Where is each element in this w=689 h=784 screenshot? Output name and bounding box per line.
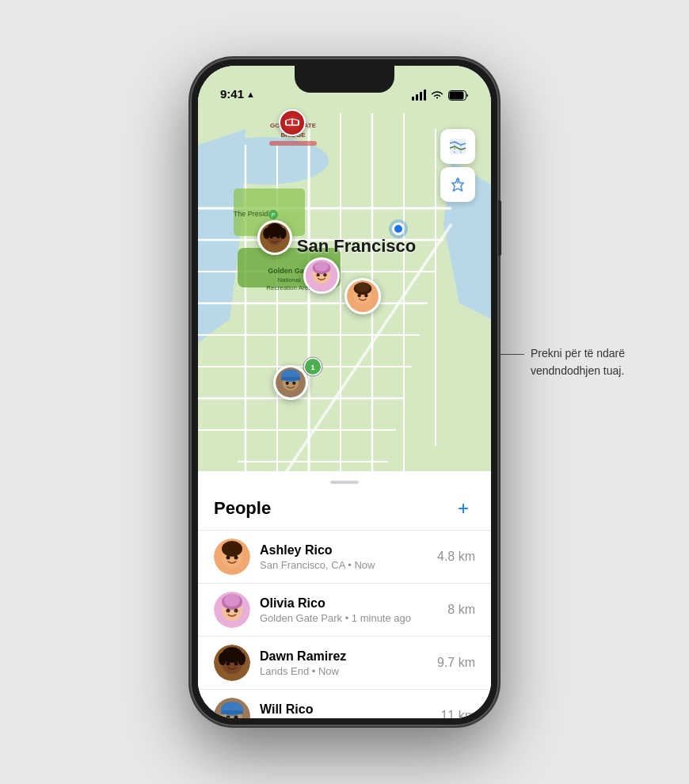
- notch: [295, 66, 394, 93]
- status-icons: [412, 89, 469, 101]
- svg-point-47: [356, 283, 369, 292]
- map-pin-will[interactable]: [273, 365, 308, 400]
- status-time: 9:41 ▲: [220, 87, 255, 101]
- avatar-dawn: [214, 645, 250, 681]
- map-pin-ashley[interactable]: [344, 278, 381, 314]
- person-item-olivia[interactable]: Olivia Rico Golden Gate Park • 1 minute …: [198, 583, 491, 636]
- svg-line-67: [292, 119, 299, 120]
- person-name-olivia: Olivia Rico: [260, 596, 447, 611]
- svg-point-42: [316, 273, 319, 276]
- avatar-will: [214, 698, 250, 718]
- bottom-panel: People +: [198, 471, 491, 718]
- people-title: People: [214, 498, 271, 519]
- svg-rect-60: [281, 377, 300, 380]
- person-info-ashley: Ashley Rico San Francisco, CA • Now: [260, 543, 437, 571]
- svg-point-62: [292, 382, 295, 385]
- svg-point-74: [234, 556, 238, 560]
- svg-point-84: [219, 653, 226, 665]
- svg-point-73: [226, 556, 230, 560]
- svg-point-43: [323, 273, 326, 276]
- map-pin-dawn[interactable]: [257, 220, 292, 255]
- battery-icon: [448, 90, 469, 101]
- person-name-ashley: Ashley Rico: [260, 543, 437, 558]
- location-arrow-icon: ▲: [246, 89, 255, 99]
- svg-point-49: [364, 294, 367, 297]
- person-item-ashley[interactable]: Ashley Rico San Francisco, CA • Now 4.8 …: [198, 530, 491, 583]
- phone-screen: 9:41 ▲: [198, 66, 491, 718]
- map-pin-olivia[interactable]: [303, 257, 340, 294]
- person-info-will: Will Rico San Francisco Zoo • Now: [260, 702, 440, 719]
- svg-point-78: [224, 594, 240, 607]
- svg-line-66: [286, 119, 292, 120]
- svg-rect-1: [450, 91, 464, 99]
- svg-point-79: [226, 609, 230, 613]
- svg-point-54: [280, 228, 287, 239]
- map-area[interactable]: Golden Gate National Recreation Area The…: [198, 66, 491, 509]
- svg-text:National: National: [277, 276, 301, 284]
- svg-rect-91: [221, 710, 243, 714]
- person-distance-dawn: 9.7 km: [437, 656, 475, 670]
- person-distance-olivia: 8 km: [447, 603, 475, 617]
- person-list: Ashley Rico San Francisco, CA • Now 4.8 …: [198, 530, 491, 718]
- person-name-will: Will Rico: [260, 702, 440, 717]
- svg-rect-37: [269, 141, 317, 146]
- person-location-ashley: San Francisco, CA • Now: [260, 559, 437, 571]
- add-person-button[interactable]: +: [451, 497, 475, 520]
- avatar-ashley: [214, 539, 250, 575]
- person-location-olivia: Golden Gate Park • 1 minute ago: [260, 612, 447, 624]
- svg-text:P: P: [272, 212, 276, 218]
- callout-text: Prekni për të ndarë vendndodhjen tuaj.: [531, 344, 673, 380]
- golden-gate-marker: [279, 109, 306, 136]
- svg-point-56: [276, 235, 280, 238]
- person-item-will[interactable]: Will Rico San Francisco Zoo • Now 11 km: [198, 689, 491, 718]
- svg-point-61: [286, 382, 289, 385]
- person-name-dawn: Dawn Ramirez: [260, 649, 437, 664]
- person-info-dawn: Dawn Ramirez Lands End • Now: [260, 649, 437, 677]
- svg-rect-63: [450, 139, 466, 154]
- svg-point-72: [222, 541, 242, 557]
- svg-point-41: [314, 262, 328, 272]
- map-type-button[interactable]: [440, 129, 475, 164]
- svg-text:1: 1: [310, 363, 314, 371]
- location-center-button[interactable]: [440, 167, 475, 202]
- svg-point-87: [234, 662, 238, 666]
- user-location-dot: [392, 223, 405, 235]
- person-item-dawn[interactable]: Dawn Ramirez Lands End • Now 9.7 km: [198, 636, 491, 689]
- person-distance-will: 11 km: [440, 709, 475, 718]
- svg-point-86: [226, 662, 230, 666]
- side-button: [498, 200, 501, 256]
- svg-point-85: [238, 653, 246, 665]
- drag-handle: [330, 481, 359, 484]
- svg-point-55: [270, 235, 273, 238]
- wifi-icon: [431, 90, 443, 100]
- person-location-will: San Francisco Zoo • Now: [260, 718, 440, 719]
- map-controls: [440, 129, 475, 202]
- svg-point-53: [263, 228, 270, 239]
- person-location-dawn: Lands End • Now: [260, 665, 437, 677]
- person-distance-ashley: 4.8 km: [437, 550, 475, 564]
- people-header: People +: [198, 497, 491, 530]
- person-info-olivia: Olivia Rico Golden Gate Park • 1 minute …: [260, 596, 447, 624]
- signal-bars: [412, 89, 426, 101]
- svg-point-48: [357, 294, 360, 297]
- svg-point-80: [234, 609, 238, 613]
- avatar-olivia: [214, 592, 250, 628]
- svg-text:The Presidio: The Presidio: [234, 210, 274, 218]
